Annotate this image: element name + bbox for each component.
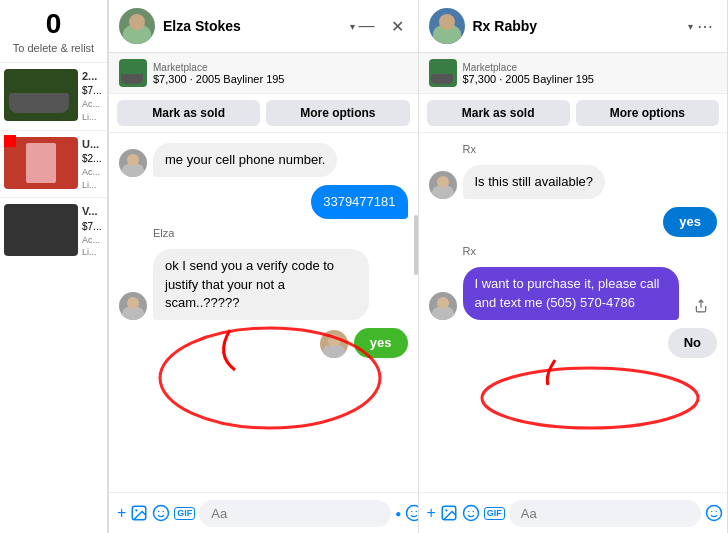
left-user-name: Elza Stokes bbox=[163, 18, 348, 34]
svg-point-13 bbox=[472, 511, 474, 513]
delete-relist-label: To delete & relist bbox=[8, 42, 99, 54]
listing-detail-3: Ac... bbox=[82, 234, 101, 247]
message-bubble-yes: yes bbox=[354, 328, 408, 358]
sender-label-rx-2: Rx bbox=[463, 245, 718, 257]
right-gif-button[interactable]: GIF bbox=[484, 499, 505, 527]
left-listing-source: Marketplace bbox=[153, 62, 285, 73]
left-more-options-button[interactable]: More options bbox=[266, 100, 409, 126]
message-bubble-no: No bbox=[668, 328, 717, 358]
listing-detail-2: Ac... bbox=[82, 166, 101, 179]
svg-point-16 bbox=[715, 511, 717, 513]
right-chat-panel: Rx Rabby ▾ ⋯ Marketplace $7,300 · 2005 B… bbox=[418, 0, 729, 533]
svg-point-6 bbox=[411, 511, 413, 513]
message-bubble-available: Is this still available? bbox=[463, 165, 606, 199]
left-listing-text: Marketplace $7,300 · 2005 Bayliner 195 bbox=[153, 62, 285, 85]
table-row: yes bbox=[429, 207, 718, 237]
svg-point-1 bbox=[136, 509, 138, 511]
right-listing-thumbnail bbox=[429, 59, 457, 87]
svg-point-11 bbox=[463, 506, 478, 521]
right-emoji-button[interactable] bbox=[705, 499, 723, 527]
notification-badge bbox=[4, 135, 16, 147]
right-action-bar: Mark as sold More options bbox=[419, 94, 728, 133]
sender-label-elza: Elza bbox=[153, 227, 408, 239]
sidebar-top: 0 To delete & relist bbox=[0, 0, 107, 62]
left-action-bar: Mark as sold More options bbox=[109, 94, 418, 133]
listing-price-2: $2... bbox=[82, 152, 101, 166]
message-bubble: me your cell phone number. bbox=[153, 143, 337, 177]
right-more-button[interactable]: ⋯ bbox=[693, 15, 717, 38]
message-bubble-scam: ok I send you a verify code to justify t… bbox=[153, 249, 369, 320]
right-add-button[interactable]: + bbox=[427, 499, 436, 527]
left-mark-sold-button[interactable]: Mark as sold bbox=[117, 100, 260, 126]
table-row: me your cell phone number. bbox=[119, 143, 408, 177]
message-bubble-purchase: I want to purchase it, please call and t… bbox=[463, 267, 679, 319]
table-row: ok I send you a verify code to justify t… bbox=[119, 249, 408, 320]
listing-status-2: Li... bbox=[82, 179, 101, 192]
listing-count: 0 bbox=[8, 8, 99, 40]
listing-title-2: U... bbox=[82, 137, 101, 152]
listing-item-pink[interactable]: U... $2... Ac... Li... bbox=[0, 130, 107, 198]
left-listing-desc: $7,300 · 2005 Bayliner 195 bbox=[153, 73, 285, 85]
left-dot-button[interactable]: ● bbox=[395, 499, 401, 527]
left-sidebar: 0 To delete & relist 2... $7... Ac... Li… bbox=[0, 0, 108, 533]
right-gif-label: GIF bbox=[484, 507, 505, 520]
listing-info-2: U... $2... Ac... Li... bbox=[82, 137, 101, 192]
right-header-actions: ⋯ bbox=[693, 15, 717, 38]
left-sticker-button[interactable] bbox=[152, 499, 170, 527]
right-messages-area[interactable]: Rx Is this still available? yes Rx I wan… bbox=[419, 133, 728, 492]
left-messages-area[interactable]: me your cell phone number. 3379477181 El… bbox=[109, 133, 418, 492]
listing-status-3: Li... bbox=[82, 246, 101, 259]
left-header-actions: — ✕ bbox=[355, 15, 408, 38]
right-input-bar: + GIF ••• bbox=[419, 492, 728, 533]
svg-point-15 bbox=[711, 511, 713, 513]
right-sender-avatar-2 bbox=[429, 292, 457, 320]
right-sticker-button[interactable] bbox=[462, 499, 480, 527]
svg-point-5 bbox=[407, 506, 418, 521]
listing-detail: Ac... bbox=[82, 98, 101, 111]
left-chat-header: Elza Stokes ▾ — ✕ bbox=[109, 0, 418, 53]
svg-point-4 bbox=[163, 511, 165, 513]
right-mark-sold-button[interactable]: Mark as sold bbox=[427, 100, 570, 126]
left-sender-avatar-2 bbox=[119, 292, 147, 320]
message-bubble-sent: 3379477181 bbox=[311, 185, 407, 219]
left-gif-button[interactable]: GIF bbox=[174, 499, 195, 527]
left-add-button[interactable]: + bbox=[117, 499, 126, 527]
listing-thumbnail-boat bbox=[4, 69, 78, 121]
gif-label: GIF bbox=[174, 507, 195, 520]
table-row: 3379477181 bbox=[119, 185, 408, 219]
right-sender-avatar-1 bbox=[429, 171, 457, 199]
listing-price-3: $7... bbox=[82, 220, 101, 234]
svg-point-10 bbox=[445, 509, 447, 511]
share-icon-button[interactable] bbox=[687, 292, 715, 320]
listing-title: 2... bbox=[82, 69, 101, 84]
left-input-bar: + GIF ● 👍 bbox=[109, 492, 418, 533]
right-image-button[interactable] bbox=[440, 499, 458, 527]
left-emoji-button[interactable] bbox=[405, 499, 417, 527]
right-chat-header: Rx Rabby ▾ ⋯ bbox=[419, 0, 728, 53]
svg-point-2 bbox=[154, 506, 169, 521]
left-message-input[interactable] bbox=[199, 500, 391, 527]
listing-status: Li... bbox=[82, 111, 101, 124]
table-row: Is this still available? bbox=[429, 165, 718, 199]
right-listing-bar: Marketplace $7,300 · 2005 Bayliner 195 bbox=[419, 53, 728, 94]
right-message-input[interactable] bbox=[509, 500, 701, 527]
svg-point-14 bbox=[706, 506, 721, 521]
listing-title-3: V... bbox=[82, 204, 101, 219]
left-minimize-button[interactable]: — bbox=[355, 15, 379, 37]
listing-item-boat[interactable]: 2... $7... Ac... Li... bbox=[0, 62, 107, 130]
left-listing-bar: Marketplace $7,300 · 2005 Bayliner 195 bbox=[109, 53, 418, 94]
right-more-options-button[interactable]: More options bbox=[576, 100, 719, 126]
listing-info-3: V... $7... Ac... Li... bbox=[82, 204, 101, 259]
listing-thumbnail-dark bbox=[4, 204, 78, 256]
left-sender-avatar-1 bbox=[119, 149, 147, 177]
svg-point-12 bbox=[468, 511, 470, 513]
left-sender-avatar-3 bbox=[320, 330, 348, 358]
left-listing-thumbnail bbox=[119, 59, 147, 87]
svg-point-3 bbox=[158, 511, 160, 513]
left-image-button[interactable] bbox=[130, 499, 148, 527]
left-close-button[interactable]: ✕ bbox=[387, 15, 408, 38]
listing-item-dark[interactable]: V... $7... Ac... Li... bbox=[0, 197, 107, 265]
table-row: No bbox=[429, 328, 718, 358]
right-user-avatar bbox=[429, 8, 465, 44]
right-listing-text: Marketplace $7,300 · 2005 Bayliner 195 bbox=[463, 62, 595, 85]
